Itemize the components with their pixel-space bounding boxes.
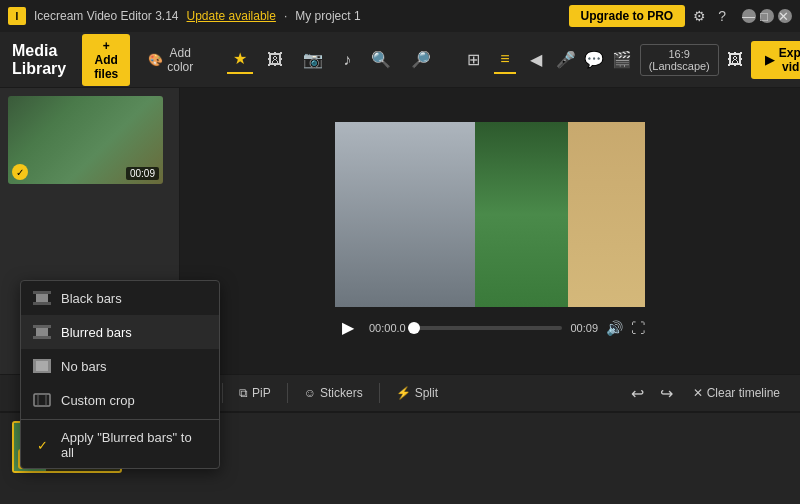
app-logo: I bbox=[8, 7, 26, 25]
add-files-button[interactable]: + Add files bbox=[82, 34, 130, 86]
starred-filter-button[interactable]: ★ bbox=[227, 45, 253, 74]
window-controls: — □ ✕ bbox=[742, 9, 792, 23]
export-arrow-icon: ▶ bbox=[765, 53, 774, 67]
svg-rect-0 bbox=[33, 291, 51, 294]
add-color-icon: 🎨 bbox=[148, 53, 163, 67]
title-bar-left: I Icecream Video Editor 3.14 Update avai… bbox=[8, 7, 361, 25]
svg-rect-5 bbox=[33, 336, 51, 339]
ratio-button[interactable]: 16:9 (Landscape) bbox=[640, 44, 719, 76]
video-icon[interactable]: 🎬 bbox=[612, 50, 632, 69]
dropdown-item-apply-all[interactable]: ✓ Apply "Blurred bars" to all bbox=[21, 422, 219, 468]
clear-timeline-button[interactable]: ✕ Clear timeline bbox=[685, 382, 788, 404]
apply-all-label: Apply "Blurred bars" to all bbox=[61, 430, 207, 460]
settings-icon[interactable]: ⚙ bbox=[693, 8, 706, 24]
custom-crop-icon bbox=[33, 391, 51, 409]
export-label: Export video bbox=[779, 46, 800, 74]
edit-toolbar-right: ↩ ↪ ✕ Clear timeline bbox=[627, 380, 788, 407]
minimize-button[interactable]: — bbox=[742, 9, 756, 23]
video-left-panel bbox=[335, 122, 475, 307]
main-toolbar: Media Library + Add files 🎨 Add color ★ … bbox=[0, 32, 800, 88]
volume-icon[interactable]: 🔊 bbox=[606, 320, 623, 336]
edit-sep-4 bbox=[287, 383, 288, 403]
update-link[interactable]: Update available bbox=[187, 9, 276, 23]
title-bar-icons: ⚙ ? bbox=[693, 8, 726, 24]
stickers-icon: ☺ bbox=[304, 386, 316, 400]
mic-icon[interactable]: 🎤 bbox=[556, 50, 576, 69]
pip-label: PiP bbox=[252, 386, 271, 400]
video-preview-inner bbox=[335, 122, 645, 307]
zoom-out-button[interactable]: 🔍 bbox=[365, 46, 397, 73]
edit-sep-3 bbox=[222, 383, 223, 403]
photo-filter-button[interactable]: 📷 bbox=[297, 46, 329, 73]
video-right-panel bbox=[568, 122, 646, 307]
svg-rect-2 bbox=[33, 302, 51, 305]
undo-button[interactable]: ↩ bbox=[627, 380, 648, 407]
add-color-button[interactable]: 🎨 Add color bbox=[138, 41, 203, 79]
clear-icon: ✕ bbox=[693, 386, 703, 400]
title-bar-right: Upgrade to PRO ⚙ ? — □ ✕ bbox=[569, 5, 792, 27]
pip-button[interactable]: ⧉ PiP bbox=[231, 382, 279, 404]
blurred-bars-icon bbox=[33, 323, 51, 341]
add-color-label: Add color bbox=[167, 46, 193, 74]
grid-view-button[interactable]: ⊞ bbox=[461, 46, 486, 73]
pip-icon: ⧉ bbox=[239, 386, 248, 400]
black-bars-icon bbox=[33, 289, 51, 307]
svg-rect-3 bbox=[33, 325, 51, 328]
playback-controls: ▶ 00:00.0 00:09 🔊 ⛶ bbox=[335, 315, 645, 341]
music-filter-button[interactable]: ♪ bbox=[337, 47, 357, 73]
current-time: 00:00.0 bbox=[369, 322, 406, 334]
progress-bar[interactable] bbox=[414, 326, 563, 330]
dropdown-item-no-bars[interactable]: No bars bbox=[21, 349, 219, 383]
media-library-title: Media Library bbox=[12, 42, 66, 78]
dropdown-menu: Black bars Blurred bars No bars bbox=[20, 280, 220, 469]
svg-rect-8 bbox=[36, 361, 48, 371]
upgrade-button[interactable]: Upgrade to PRO bbox=[569, 5, 686, 27]
export-button[interactable]: ▶ Export video bbox=[751, 41, 800, 79]
svg-rect-1 bbox=[36, 294, 48, 302]
stickers-button[interactable]: ☺ Stickers bbox=[296, 382, 371, 404]
project-name: My project 1 bbox=[295, 9, 360, 23]
thumb-check-icon: ✓ bbox=[12, 164, 28, 180]
video-preview bbox=[335, 122, 645, 307]
custom-crop-label: Custom crop bbox=[61, 393, 135, 408]
blurred-bars-label: Blurred bars bbox=[61, 325, 132, 340]
collapse-panel-button[interactable]: ◀ bbox=[524, 46, 548, 73]
title-bar: I Icecream Video Editor 3.14 Update avai… bbox=[0, 0, 800, 32]
checkmark-icon: ✓ bbox=[37, 438, 48, 453]
dropdown-item-black-bars[interactable]: Black bars bbox=[21, 281, 219, 315]
edit-sep-5 bbox=[379, 383, 380, 403]
image-filter-button[interactable]: 🖼 bbox=[261, 47, 289, 73]
clear-label: Clear timeline bbox=[707, 386, 780, 400]
progress-thumb bbox=[408, 322, 420, 334]
toolbar-right: 🎤 💬 🎬 16:9 (Landscape) 🖼 ▶ Export video bbox=[556, 41, 800, 79]
template-icon[interactable]: 🖼 bbox=[727, 51, 743, 69]
thumb-duration: 00:09 bbox=[126, 167, 159, 180]
list-view-button[interactable]: ≡ bbox=[494, 46, 515, 74]
video-mid-panel bbox=[475, 122, 568, 307]
title-separator: · bbox=[284, 9, 287, 23]
subtitle-icon[interactable]: 💬 bbox=[584, 50, 604, 69]
apply-all-icon: ✓ bbox=[33, 436, 51, 454]
no-bars-icon bbox=[33, 357, 51, 375]
total-time: 00:09 bbox=[570, 322, 598, 334]
redo-button[interactable]: ↪ bbox=[656, 380, 677, 407]
split-label: Split bbox=[415, 386, 438, 400]
play-button[interactable]: ▶ bbox=[335, 315, 361, 341]
app-name: Icecream Video Editor 3.14 bbox=[34, 9, 179, 23]
maximize-button[interactable]: □ bbox=[760, 9, 774, 23]
svg-rect-4 bbox=[36, 328, 48, 336]
help-icon[interactable]: ? bbox=[718, 8, 726, 24]
media-thumbnail[interactable]: ✓ 00:09 bbox=[8, 96, 163, 184]
zoom-in-button[interactable]: 🔎 bbox=[405, 46, 437, 73]
dropdown-item-custom-crop[interactable]: Custom crop bbox=[21, 383, 219, 417]
dropdown-divider bbox=[21, 419, 219, 420]
close-button[interactable]: ✕ bbox=[778, 9, 792, 23]
split-button[interactable]: ⚡ Split bbox=[388, 382, 446, 404]
split-icon: ⚡ bbox=[396, 386, 411, 400]
no-bars-label: No bars bbox=[61, 359, 107, 374]
preview-area: ▶ 00:00.0 00:09 🔊 ⛶ bbox=[180, 88, 800, 374]
svg-rect-9 bbox=[34, 394, 50, 406]
black-bars-label: Black bars bbox=[61, 291, 122, 306]
fullscreen-icon[interactable]: ⛶ bbox=[631, 320, 645, 336]
dropdown-item-blurred-bars[interactable]: Blurred bars bbox=[21, 315, 219, 349]
